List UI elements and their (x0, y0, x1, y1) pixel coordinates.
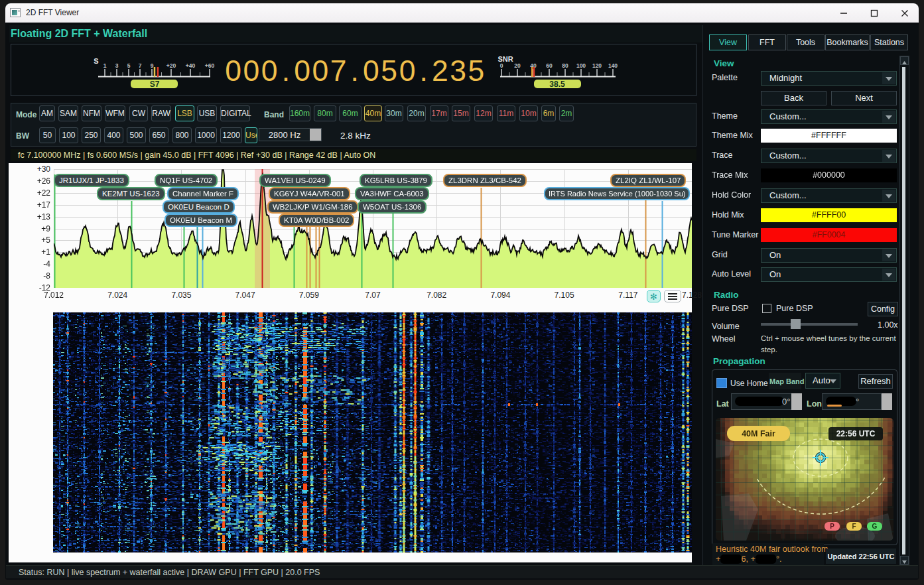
svg-text:5: 5 (127, 62, 131, 69)
svg-text:9: 9 (151, 62, 154, 69)
svg-text:1: 1 (103, 62, 107, 69)
svg-text:S7: S7 (150, 80, 160, 89)
svg-text:0: 0 (500, 62, 503, 69)
svg-text:+60: +60 (205, 62, 215, 69)
svg-text:20: 20 (514, 62, 521, 69)
svg-text:+20: +20 (166, 62, 176, 69)
svg-text:80: 80 (562, 62, 568, 69)
svg-text:38.5: 38.5 (549, 80, 565, 89)
svg-text:120: 120 (592, 62, 602, 69)
svg-text:+40: +40 (186, 62, 196, 69)
svg-text:140: 140 (608, 62, 618, 69)
svg-text:100: 100 (576, 62, 586, 69)
svg-text:7: 7 (139, 62, 142, 69)
svg-text:3: 3 (115, 62, 119, 69)
svg-text:60: 60 (546, 62, 553, 69)
svg-text:S: S (94, 57, 98, 65)
